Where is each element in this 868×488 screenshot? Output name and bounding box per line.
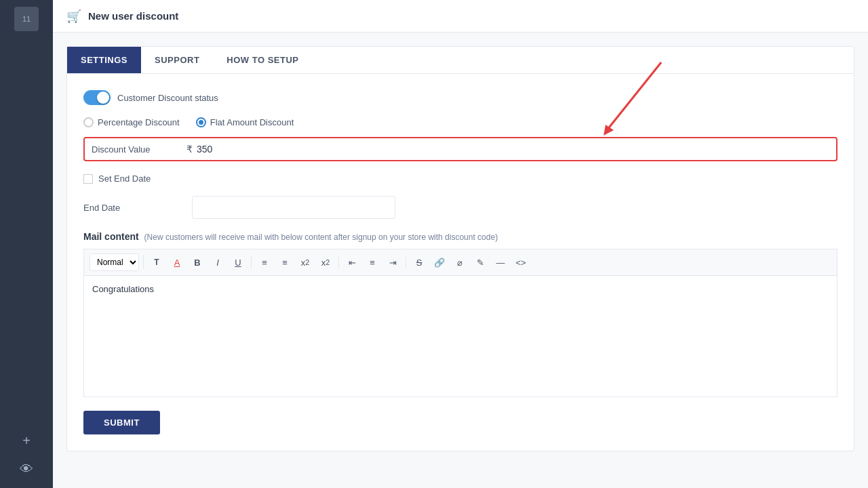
main-content: 🛒 New user discount SETTINGS SUPPORT HOW…	[53, 0, 868, 488]
strikethrough-btn[interactable]: S	[410, 253, 428, 271]
discount-value-input[interactable]	[197, 144, 829, 155]
toolbar-divider-3	[338, 256, 339, 269]
add-icon[interactable]: +	[14, 428, 39, 453]
mail-content-label: Mail content (New customers will receive…	[83, 231, 837, 242]
toolbar-divider-2	[251, 256, 252, 269]
percentage-radio-circle	[83, 117, 94, 127]
tab-how-to-setup[interactable]: HOW TO SETUP	[213, 47, 312, 73]
content-area: Customer Discount status Percentage Disc…	[67, 74, 854, 451]
format-dropdown[interactable]: Normal	[90, 253, 139, 271]
hr-btn[interactable]: —	[492, 253, 509, 271]
ordered-list-btn[interactable]: ≡	[276, 253, 294, 271]
underline-btn[interactable]: U	[229, 253, 247, 271]
edit-btn[interactable]: ✎	[471, 253, 489, 271]
editor-body[interactable]: Congratulations	[83, 275, 837, 397]
mail-content-section: Mail content (New customers will receive…	[83, 231, 837, 397]
end-date-input[interactable]	[192, 196, 395, 219]
editor-content: Congratulations	[92, 284, 154, 294]
flat-amount-discount-label: Flat Amount Discount	[210, 117, 294, 127]
indent-left-btn[interactable]: ⇤	[343, 253, 361, 271]
format-clear-btn[interactable]: T	[148, 253, 165, 271]
unlink-btn[interactable]: ⌀	[451, 253, 469, 271]
bold-btn[interactable]: B	[189, 253, 206, 271]
indent-right-btn[interactable]: ⇥	[384, 253, 401, 271]
tabs-container: SETTINGS SUPPORT HOW TO SETUP	[67, 47, 854, 74]
set-end-date-label: Set End Date	[98, 174, 151, 184]
set-end-date-row: Set End Date	[83, 174, 837, 184]
mail-content-hint: (New customers will receive mail with be…	[144, 232, 498, 242]
link-btn[interactable]: 🔗	[431, 253, 448, 271]
superscript-btn[interactable]: x2	[317, 253, 334, 271]
toolbar-divider-4	[406, 256, 406, 269]
customer-discount-row: Customer Discount status	[83, 90, 837, 105]
end-date-label: End Date	[83, 203, 192, 213]
page-area: SETTINGS SUPPORT HOW TO SETUP Customer D…	[53, 33, 868, 488]
page-title: New user discount	[88, 10, 178, 22]
topbar: 🛒 New user discount	[53, 0, 868, 33]
unordered-list-btn[interactable]: ≡	[256, 253, 273, 271]
discount-type-radio-group: Percentage Discount Flat Amount Discount	[83, 117, 837, 127]
discount-value-label: Discount Value	[92, 144, 186, 155]
sidebar: 11 + 👁	[0, 0, 53, 488]
customer-discount-toggle[interactable]	[83, 90, 111, 105]
subscript-btn[interactable]: x2	[296, 253, 314, 271]
italic-btn[interactable]: I	[209, 253, 226, 271]
flat-amount-radio-circle	[196, 117, 206, 127]
cart-icon: 🛒	[66, 9, 81, 24]
tab-support[interactable]: SUPPORT	[141, 47, 213, 73]
main-card: SETTINGS SUPPORT HOW TO SETUP Customer D…	[66, 46, 854, 451]
eye-icon[interactable]: 👁	[14, 457, 39, 481]
percentage-discount-label: Percentage Discount	[98, 117, 180, 127]
customer-discount-label: Customer Discount status	[117, 93, 226, 103]
font-color-btn[interactable]: A	[168, 253, 186, 271]
end-date-row: End Date	[83, 196, 837, 219]
percentage-discount-radio[interactable]: Percentage Discount	[83, 117, 180, 127]
discount-value-row: Discount Value ₹	[83, 137, 837, 161]
sidebar-badge: 11	[14, 7, 39, 31]
submit-button[interactable]: SUBMIT	[83, 411, 160, 434]
tab-settings[interactable]: SETTINGS	[67, 47, 141, 73]
editor-toolbar: Normal T A B I U ≡ ≡ x2 x2 ⇤	[83, 249, 837, 275]
toggle-container: Customer Discount status	[83, 90, 226, 105]
flat-amount-discount-radio[interactable]: Flat Amount Discount	[196, 117, 294, 127]
code-btn[interactable]: <>	[512, 253, 530, 271]
toolbar-divider-1	[143, 256, 144, 269]
align-left-btn[interactable]: ≡	[363, 253, 381, 271]
set-end-date-checkbox[interactable]	[83, 174, 93, 184]
rupee-symbol: ₹	[186, 144, 193, 155]
